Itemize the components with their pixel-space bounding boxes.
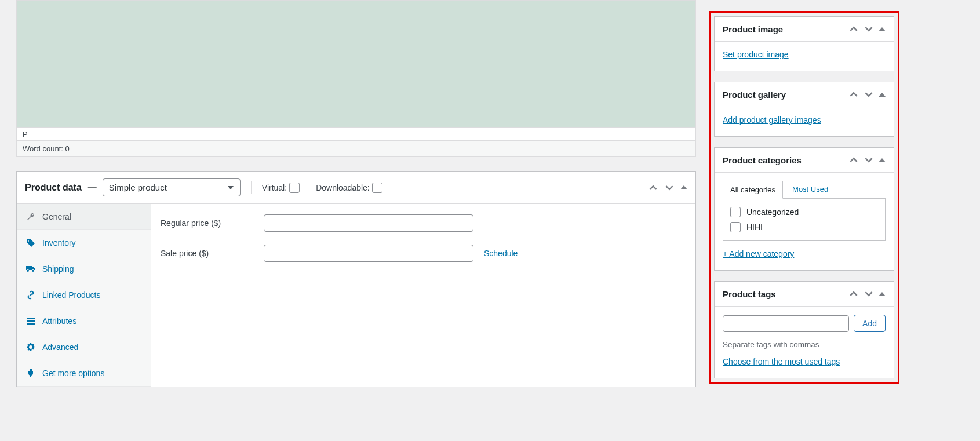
svg-rect-1 (27, 320, 35, 322)
list-icon (26, 316, 35, 326)
virtual-label-text: Virtual: (262, 183, 287, 192)
set-product-image-link[interactable]: Set product image (723, 50, 789, 59)
categories-tab-most-used[interactable]: Most Used (785, 181, 835, 199)
category-checkbox-hihi[interactable] (730, 222, 741, 232)
add-tag-button[interactable]: Add (854, 315, 886, 332)
tab-linked-label: Linked Products (42, 290, 100, 300)
tab-attributes-label: Attributes (42, 316, 76, 326)
move-down-icon[interactable] (864, 89, 874, 100)
gear-icon (26, 342, 35, 352)
downloadable-label: Downloadable: (316, 183, 382, 193)
tab-advanced[interactable]: Advanced (17, 334, 151, 360)
product-type-select[interactable]: Simple product (103, 178, 241, 196)
title-separator: — (88, 183, 97, 193)
categories-tab-all[interactable]: All categories (723, 181, 783, 199)
virtual-checkbox[interactable] (289, 183, 300, 193)
product-categories-title: Product categories (723, 155, 802, 165)
regular-price-label: Regular price ($) (161, 218, 253, 228)
tab-advanced-label: Advanced (42, 342, 78, 352)
tab-attributes[interactable]: Attributes (17, 308, 151, 334)
tab-general-label: General (42, 212, 71, 221)
move-down-icon[interactable] (864, 24, 874, 34)
product-data-panel: Product data — Simple product Virtual: D… (16, 171, 696, 387)
divider (251, 181, 252, 194)
tab-more-label: Get more options (42, 369, 104, 378)
collapse-toggle-icon[interactable] (879, 158, 886, 162)
collapse-toggle-icon[interactable] (879, 292, 886, 296)
product-data-title: Product data (25, 183, 82, 193)
move-up-icon[interactable] (848, 155, 859, 165)
general-fields: Regular price ($) Sale price ($) Schedul… (151, 204, 695, 387)
product-tags-panel: Product tags Add Separate tags with comm… (714, 281, 894, 378)
product-image-title: Product image (723, 24, 783, 34)
virtual-label: Virtual: (262, 183, 300, 193)
tab-shipping[interactable]: Shipping (17, 256, 151, 282)
downloadable-checkbox[interactable] (372, 183, 382, 193)
sale-price-label: Sale price ($) (161, 249, 253, 258)
word-count: Word count: 0 (16, 141, 696, 157)
editor-path-bar: P (16, 127, 696, 141)
move-down-icon[interactable] (864, 289, 874, 299)
plug-icon (26, 369, 35, 378)
category-list: Uncategorized HIHI (723, 199, 886, 241)
product-tags-title: Product tags (723, 289, 776, 299)
product-gallery-title: Product gallery (723, 90, 786, 100)
product-gallery-panel: Product gallery Add product gallery imag… (714, 82, 894, 137)
tab-shipping-label: Shipping (42, 264, 74, 274)
move-up-icon[interactable] (648, 183, 658, 193)
tab-linked-products[interactable]: Linked Products (17, 282, 151, 308)
tab-inventory-label: Inventory (42, 238, 76, 247)
link-icon (26, 290, 35, 300)
move-down-icon[interactable] (864, 155, 874, 165)
product-data-tabs: General Inventory Shipping Linked Produc… (17, 204, 151, 387)
downloadable-label-text: Downloadable: (316, 183, 370, 192)
product-categories-panel: Product categories All categories Most U… (714, 147, 894, 271)
move-up-icon[interactable] (848, 289, 859, 299)
tag-icon (26, 238, 35, 247)
product-data-header: Product data — Simple product Virtual: D… (17, 172, 695, 204)
category-label: Uncategorized (746, 207, 799, 217)
product-image-panel: Product image Set product image (714, 16, 894, 71)
sidebar: Product image Set product image Product … (709, 11, 899, 384)
category-item: HIHI (730, 220, 878, 235)
tags-hint: Separate tags with commas (723, 340, 886, 349)
category-label: HIHI (746, 223, 763, 232)
wrench-icon (26, 212, 35, 221)
category-item: Uncategorized (730, 205, 878, 220)
add-gallery-images-link[interactable]: Add product gallery images (723, 115, 821, 125)
move-up-icon[interactable] (848, 24, 859, 34)
collapse-toggle-icon[interactable] (879, 93, 886, 97)
tab-get-more[interactable]: Get more options (17, 360, 151, 387)
tab-inventory[interactable]: Inventory (17, 230, 151, 256)
tab-general[interactable]: General (17, 204, 151, 230)
truck-icon (26, 264, 35, 274)
editor-content-area[interactable] (16, 0, 696, 127)
sale-price-input[interactable] (264, 245, 473, 262)
add-new-category-link[interactable]: + Add new category (723, 249, 794, 258)
regular-price-input[interactable] (264, 214, 473, 232)
move-down-icon[interactable] (664, 183, 675, 193)
svg-rect-0 (27, 318, 35, 319)
tag-input[interactable] (723, 315, 849, 332)
schedule-link[interactable]: Schedule (484, 249, 518, 258)
collapse-toggle-icon[interactable] (879, 27, 886, 31)
category-checkbox-uncategorized[interactable] (730, 207, 741, 217)
svg-rect-2 (27, 323, 35, 325)
choose-popular-tags-link[interactable]: Choose from the most used tags (723, 357, 840, 366)
collapse-toggle-icon[interactable] (680, 185, 687, 189)
move-up-icon[interactable] (848, 89, 859, 100)
